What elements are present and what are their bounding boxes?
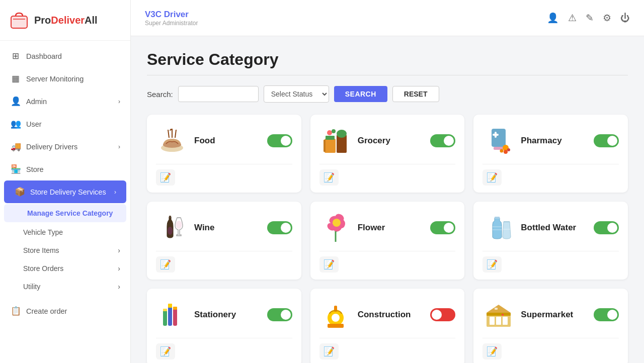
food-icon <box>156 125 188 157</box>
sidebar-item-label: User <box>26 120 42 128</box>
grocery-label: Grocery <box>358 136 390 146</box>
category-card-grocery: Grocery 📝 <box>310 115 465 193</box>
flower-edit-icon[interactable]: 📝 <box>319 256 339 273</box>
sidebar-item-label: Delivery Drivers <box>26 143 77 151</box>
sidebar-item-store-delivery-services[interactable]: 📦 Store Delivery Services › <box>4 180 126 203</box>
svg-point-49 <box>502 314 504 316</box>
sidebar-subitem-manage-service-category[interactable]: Manage Service Category <box>4 204 126 222</box>
category-card-flower: Flower 📝 <box>310 202 465 280</box>
supermarket-label: Supermarket <box>521 310 573 320</box>
bottled-water-label: Bottled Water <box>521 223 576 233</box>
alert-icon[interactable]: ⚠ <box>568 12 577 24</box>
flower-icon <box>319 212 352 244</box>
sidebar-item-user[interactable]: 👥 User <box>0 113 130 135</box>
category-card-construction: Construction 📝 <box>310 289 465 363</box>
chevron-right-icon: › <box>118 143 120 150</box>
sidebar-item-dashboard[interactable]: ⊞ Dashboard <box>0 45 130 67</box>
svg-rect-37 <box>173 307 177 310</box>
sidebar-item-delivery-drivers[interactable]: 🚚 Delivery Drivers › <box>0 135 130 158</box>
sidebar-subitem-label: Manage Service Category <box>27 209 113 217</box>
construction-toggle[interactable] <box>430 308 455 321</box>
sidebar-subitem-store-orders[interactable]: Store Orders › <box>0 259 130 278</box>
settings-icon[interactable]: ⚙ <box>603 12 611 24</box>
chevron-right-icon: › <box>118 283 120 291</box>
svg-point-31 <box>333 219 341 227</box>
sidebar-navigation: ⊞ Dashboard ▦ Server Monitoring 👤 Admin … <box>0 41 130 363</box>
svg-point-24 <box>176 221 182 229</box>
sidebar-subitem-utility[interactable]: Utility › <box>0 278 130 296</box>
edit-icon[interactable]: ✎ <box>586 12 594 24</box>
grocery-toggle[interactable] <box>430 134 455 147</box>
sidebar-item-store[interactable]: 🏪 Store <box>0 158 130 180</box>
svg-rect-36 <box>168 304 172 308</box>
sidebar-item-label: Create order <box>26 307 67 315</box>
sidebar-item-label: Store <box>26 165 44 173</box>
food-toggle[interactable] <box>267 134 292 147</box>
wine-label: Wine <box>194 223 214 233</box>
grocery-icon <box>319 125 352 157</box>
svg-rect-44 <box>487 313 511 316</box>
pharmacy-edit-icon[interactable]: 📝 <box>482 169 502 186</box>
page-title: Service Category <box>147 50 628 69</box>
svg-rect-47 <box>503 317 508 325</box>
svg-point-6 <box>163 142 181 148</box>
svg-rect-0 <box>11 16 27 28</box>
category-card-supermarket: Supermarket 📝 <box>473 289 628 363</box>
stationery-edit-icon[interactable]: 📝 <box>156 343 175 359</box>
category-card-bottled-water: Bottled Water 📝 <box>473 202 628 280</box>
power-icon[interactable]: ⏻ <box>620 13 630 24</box>
sidebar-item-server-monitoring[interactable]: ▦ Server Monitoring <box>0 67 130 90</box>
search-input[interactable] <box>178 86 259 102</box>
svg-rect-14 <box>492 129 506 147</box>
category-card-pharmacy: Pharmacy 📝 <box>473 115 628 193</box>
sidebar-item-admin[interactable]: 👤 Admin › <box>0 90 130 113</box>
bottled-water-edit-icon[interactable]: 📝 <box>482 256 502 273</box>
chevron-down-icon: › <box>114 189 116 196</box>
grocery-edit-icon[interactable]: 📝 <box>319 169 339 186</box>
categories-grid: Food 📝 <box>147 115 628 363</box>
svg-rect-7 <box>325 139 336 153</box>
server-monitoring-icon: ▦ <box>10 73 21 84</box>
svg-point-23 <box>168 227 173 235</box>
logo: ProDeliverAll <box>0 0 130 41</box>
sidebar-item-create-order[interactable]: 📋 Create order <box>0 300 130 322</box>
reset-button[interactable]: RESET <box>392 86 439 102</box>
sidebar-subitem-vehicle-type[interactable]: Vehicle Type <box>0 223 130 241</box>
svg-rect-16 <box>493 134 499 136</box>
sidebar-subitem-label: Store Orders <box>23 264 63 273</box>
svg-rect-22 <box>169 216 171 218</box>
stationery-toggle[interactable] <box>267 308 292 321</box>
svg-point-20 <box>507 148 510 151</box>
search-bar: Search: Select Status Active Inactive SE… <box>147 85 628 103</box>
header-icons: 👤 ⚠ ✎ ⚙ ⏻ <box>547 12 630 24</box>
food-edit-icon[interactable]: 📝 <box>156 169 175 186</box>
supermarket-edit-icon[interactable]: 📝 <box>482 343 502 359</box>
svg-rect-35 <box>163 309 167 326</box>
svg-rect-48 <box>495 308 498 310</box>
food-label: Food <box>194 136 215 146</box>
wine-edit-icon[interactable]: 📝 <box>156 256 175 273</box>
supermarket-toggle[interactable] <box>594 308 619 321</box>
svg-point-10 <box>337 130 347 138</box>
wine-toggle[interactable] <box>267 221 292 234</box>
divider <box>147 75 628 75</box>
logo-text: ProDeliverAll <box>34 15 98 26</box>
header: V3C Driver Super Administrator 👤 ⚠ ✎ ⚙ ⏻ <box>131 0 644 36</box>
svg-rect-8 <box>326 136 335 140</box>
svg-point-19 <box>504 150 508 154</box>
dashboard-icon: ⊞ <box>10 51 21 61</box>
flower-toggle[interactable] <box>430 221 455 234</box>
category-card-wine: Wine 📝 <box>147 202 301 280</box>
user-icon[interactable]: 👤 <box>547 12 559 24</box>
construction-edit-icon[interactable]: 📝 <box>319 343 339 359</box>
create-order-icon: 📋 <box>10 306 21 316</box>
status-select[interactable]: Select Status Active Inactive <box>264 85 329 103</box>
svg-rect-42 <box>328 324 344 328</box>
main-content: V3C Driver Super Administrator 👤 ⚠ ✎ ⚙ ⏻… <box>131 0 644 363</box>
page-content: Service Category Search: Select Status A… <box>131 36 644 363</box>
bottled-water-toggle[interactable] <box>594 221 619 234</box>
sidebar-subitem-store-items[interactable]: Store Items › <box>0 241 130 259</box>
category-card-stationery: Stationery 📝 <box>147 289 301 363</box>
search-button[interactable]: SEARCH <box>334 86 387 102</box>
pharmacy-toggle[interactable] <box>594 134 619 147</box>
